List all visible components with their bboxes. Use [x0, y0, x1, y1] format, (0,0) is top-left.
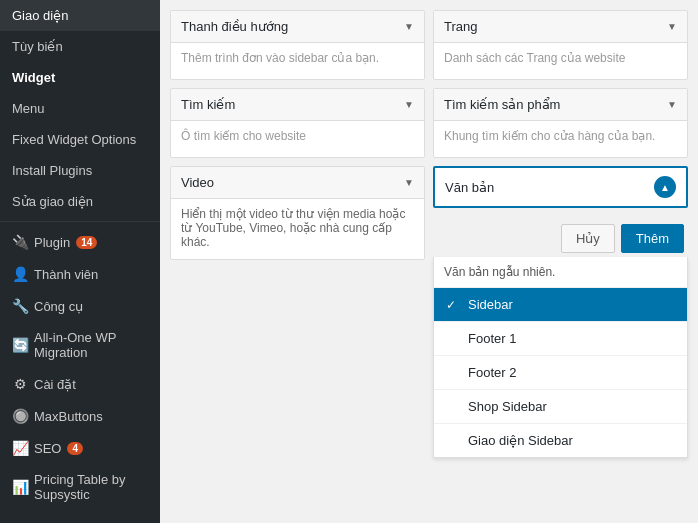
sidebar-item-label: MaxButtons — [34, 409, 103, 424]
dropdown-item-sidebar[interactable]: ✓ Sidebar — [434, 288, 687, 322]
widget-desc: Danh sách các Trang của website — [444, 51, 625, 65]
widget-desc: Khung tìm kiếm cho cửa hàng của bạn. — [444, 129, 655, 143]
sidebar-item-label: Widget — [12, 70, 55, 85]
widget-title: Thanh điều hướng — [181, 19, 288, 34]
widget-desc: Ô tìm kiếm cho website — [181, 129, 306, 143]
widget-card-tim-kiem: Tìm kiếm ▼ Ô tìm kiếm cho website — [170, 88, 425, 158]
dropdown-item-footer-1[interactable]: Footer 1 — [434, 322, 687, 356]
sidebar-divider — [0, 221, 160, 222]
cancel-button[interactable]: Hủy — [561, 224, 615, 253]
sidebar-item-label: Pricing Table by Supsystic — [34, 472, 148, 502]
sidebar-item-label: Cài đặt — [34, 377, 76, 392]
chevron-down-icon: ▼ — [667, 99, 677, 110]
sidebar: Giao diện Tùy biến Widget Menu Fixed Wid… — [0, 0, 160, 523]
sidebar-item-menu[interactable]: Menu — [0, 93, 160, 124]
sidebar-item-install-plugins[interactable]: Install Plugins — [0, 155, 160, 186]
widget-card-video: Video ▼ Hiển thị một video từ thư viện m… — [170, 166, 425, 260]
vanban-dropdown-menu: Văn bản ngẫu nhiên. ✓ Sidebar Footer 1 F… — [433, 257, 688, 458]
thanh-vien-icon: 👤 — [12, 266, 28, 282]
chevron-down-icon: ▼ — [404, 177, 414, 188]
sidebar-item-label: All-in-One WP Migration — [34, 330, 148, 360]
sidebar-item-fixed-widget[interactable]: Fixed Widget Options — [0, 124, 160, 155]
vanban-label: Văn bản — [445, 180, 494, 195]
widget-row-1: Thanh điều hướng ▼ Thêm trình đơn vào si… — [170, 10, 688, 80]
chevron-down-icon: ▼ — [404, 21, 414, 32]
seo-badge: 4 — [67, 442, 83, 455]
widget-card-body-tim-kiem: Ô tìm kiếm cho website — [171, 121, 424, 157]
sidebar-item-label: Công cụ — [34, 299, 83, 314]
sidebar-item-plugin[interactable]: 🔌 Plugin 14 — [0, 226, 160, 258]
sidebar-item-allinone[interactable]: 🔄 All-in-One WP Migration — [0, 322, 160, 368]
dropdown-item-footer-2[interactable]: Footer 2 — [434, 356, 687, 390]
chevron-up-icon: ▲ — [654, 176, 676, 198]
sidebar-item-label: Menu — [12, 101, 45, 116]
sidebar-item-seo[interactable]: 📈 SEO 4 — [0, 432, 160, 464]
sidebar-item-pricing-table[interactable]: 📊 Pricing Table by Supsystic — [0, 464, 160, 510]
add-button[interactable]: Thêm — [621, 224, 684, 253]
chevron-down-icon: ▼ — [667, 21, 677, 32]
widget-title: Video — [181, 175, 214, 190]
dropdown-item-label: Shop Sidebar — [468, 399, 547, 414]
dropdown-item-label: Sidebar — [468, 297, 513, 312]
dropdown-item-label: Giao diện Sidebar — [468, 433, 573, 448]
sidebar-item-cai-dat[interactable]: ⚙ Cài đặt — [0, 368, 160, 400]
dropdown-item-giao-dien-sidebar[interactable]: Giao diện Sidebar — [434, 424, 687, 457]
action-buttons: Hủy Thêm — [433, 216, 688, 257]
widget-card-body-trang: Danh sách các Trang của website — [434, 43, 687, 79]
dropdown-item-label: Footer 1 — [468, 331, 516, 346]
right-col: Văn bản ▲ Văn bản ngẫu nhiên. ✓ Sidebar … — [433, 166, 688, 257]
dropdown-item-label: Footer 2 — [468, 365, 516, 380]
left-col: Video ▼ Hiển thị một video từ thư viện m… — [170, 166, 425, 260]
maxbuttons-icon: 🔘 — [12, 408, 28, 424]
pricing-table-icon: 📊 — [12, 479, 28, 495]
sidebar-item-label: Giao diện — [12, 8, 68, 23]
widget-card-body-thanh-dieu-huong: Thêm trình đơn vào sidebar của bạn. — [171, 43, 424, 79]
widget-area: Thanh điều hướng ▼ Thêm trình đơn vào si… — [160, 0, 698, 523]
sidebar-item-cong-cu[interactable]: 🔧 Công cụ — [0, 290, 160, 322]
sidebar-item-label: Tùy biến — [12, 39, 63, 54]
sidebar-item-sua-giao-dien[interactable]: Sửa giao diện — [0, 186, 160, 217]
widget-card-thanh-dieu-huong: Thanh điều hướng ▼ Thêm trình đơn vào si… — [170, 10, 425, 80]
widget-card-header-trang[interactable]: Trang ▼ — [434, 11, 687, 43]
widget-title: Trang — [444, 19, 477, 34]
main-content: Thanh điều hướng ▼ Thêm trình đơn vào si… — [160, 0, 698, 523]
widget-card-tim-kiem-sp: Tìm kiếm sản phẩm ▼ Khung tìm kiếm cho c… — [433, 88, 688, 158]
sidebar-item-label: Fixed Widget Options — [12, 132, 136, 147]
sidebar-item-label: Plugin — [34, 235, 70, 250]
dropdown-item-shop-sidebar[interactable]: Shop Sidebar — [434, 390, 687, 424]
widget-card-header-tim-kiem[interactable]: Tìm kiếm ▼ — [171, 89, 424, 121]
sidebar-item-label: SEO — [34, 441, 61, 456]
widget-card-body-tim-kiem-sp: Khung tìm kiếm cho cửa hàng của bạn. — [434, 121, 687, 157]
sidebar-item-maxbuttons[interactable]: 🔘 MaxButtons — [0, 400, 160, 432]
bottom-section: Video ▼ Hiển thị một video từ thư viện m… — [170, 166, 688, 260]
cai-dat-icon: ⚙ — [12, 376, 28, 392]
widget-card-header-video[interactable]: Video ▼ — [171, 167, 424, 199]
sidebar-item-label: Install Plugins — [12, 163, 92, 178]
sidebar-item-tuy-bien[interactable]: Tùy biến — [0, 31, 160, 62]
vanban-description: Văn bản ngẫu nhiên. — [434, 257, 687, 288]
widget-desc: Thêm trình đơn vào sidebar của bạn. — [181, 51, 379, 65]
widget-title: Tìm kiếm sản phẩm — [444, 97, 560, 112]
sidebar-item-thanh-vien[interactable]: 👤 Thành viên — [0, 258, 160, 290]
widget-row-2: Tìm kiếm ▼ Ô tìm kiếm cho website Tìm ki… — [170, 88, 688, 158]
cong-cu-icon: 🔧 — [12, 298, 28, 314]
widget-card-header-thanh-dieu-huong[interactable]: Thanh điều hướng ▼ — [171, 11, 424, 43]
widget-title: Tìm kiếm — [181, 97, 235, 112]
allinone-icon: 🔄 — [12, 337, 28, 353]
widget-card-trang: Trang ▼ Danh sách các Trang của website — [433, 10, 688, 80]
sidebar-item-giao-dien[interactable]: Giao diện — [0, 0, 160, 31]
sidebar-item-widget[interactable]: Widget — [0, 62, 160, 93]
plugin-badge: 14 — [76, 236, 97, 249]
seo-icon: 📈 — [12, 440, 28, 456]
check-icon: ✓ — [446, 298, 460, 312]
vanban-dropdown-trigger[interactable]: Văn bản ▲ — [433, 166, 688, 208]
chevron-down-icon: ▼ — [404, 99, 414, 110]
widget-card-header-tim-kiem-sp[interactable]: Tìm kiếm sản phẩm ▼ — [434, 89, 687, 121]
plugin-icon: 🔌 — [12, 234, 28, 250]
widget-card-body-video: Hiển thị một video từ thư viện media hoặ… — [171, 199, 424, 259]
sidebar-item-label: Thành viên — [34, 267, 98, 282]
sidebar-item-label: Sửa giao diện — [12, 194, 93, 209]
widget-desc: Hiển thị một video từ thư viện media hoặ… — [181, 207, 405, 249]
